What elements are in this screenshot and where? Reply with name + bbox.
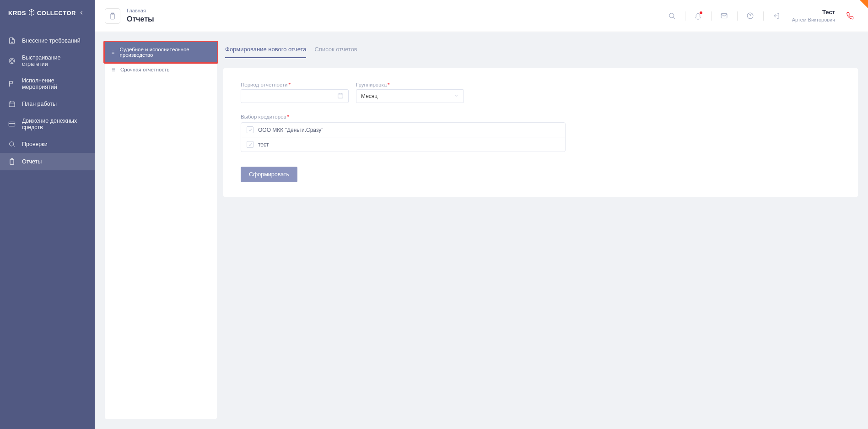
check-icon	[248, 142, 253, 147]
page-title: Отчеты	[127, 14, 154, 24]
field-label: Группировка*	[356, 82, 464, 87]
card-icon	[8, 120, 16, 128]
calendar-icon	[337, 92, 344, 100]
file-icon	[8, 37, 16, 44]
list-icon	[110, 49, 115, 55]
report-type-urgent[interactable]: Срочная отчетность	[105, 62, 217, 77]
messages-button[interactable]	[716, 8, 733, 24]
mail-icon	[720, 12, 728, 20]
topbar: Главная Отчеты	[95, 0, 868, 32]
creditor-item[interactable]: тест	[241, 137, 565, 152]
sidebar-item-reports[interactable]: Отчеты	[0, 153, 95, 170]
divider	[685, 11, 685, 21]
calendar-icon	[8, 100, 16, 108]
sidebar-collapse-button[interactable]	[76, 7, 86, 18]
checkbox[interactable]	[247, 126, 253, 133]
search-icon	[668, 12, 676, 20]
checkbox[interactable]	[247, 141, 253, 148]
svg-point-1	[11, 60, 14, 63]
phone-icon	[846, 12, 854, 20]
sidebar-item-label: Движение денежных средств	[22, 118, 86, 130]
tab-report-list[interactable]: Список отчетов	[314, 42, 357, 58]
generate-button[interactable]: Сформировать	[241, 167, 297, 182]
svg-point-2	[11, 60, 12, 61]
creditor-item[interactable]: ООО МКК "Деньги.Сразу"	[241, 123, 565, 137]
creditor-label: тест	[258, 141, 269, 148]
report-type-panel: Судебное и исполнительное производство С…	[105, 42, 217, 419]
sidebar-item-plan[interactable]: План работы	[0, 95, 95, 113]
required-mark: *	[287, 114, 289, 119]
chevron-down-icon	[453, 93, 459, 100]
help-icon	[746, 12, 754, 20]
sidebar-item-label: Отчеты	[22, 158, 42, 165]
help-button[interactable]	[742, 8, 759, 24]
required-mark: *	[388, 82, 389, 87]
required-mark: *	[288, 82, 290, 87]
sidebar-header: KRDS COLLECTOR	[0, 0, 95, 26]
logout-button[interactable]	[768, 8, 785, 24]
divider	[711, 11, 712, 21]
form-card: Период отчетности* Группиро	[223, 68, 858, 197]
search-icon	[8, 141, 16, 148]
notifications-button[interactable]	[690, 8, 706, 24]
notification-dot	[700, 11, 702, 14]
creditors-list: ООО МКК "Деньги.Сразу" тест	[241, 122, 566, 152]
user-name: Тест	[792, 9, 835, 16]
grouping-value: Месяц	[361, 93, 377, 99]
sidebar-item-cashflow[interactable]: Движение денежных средств	[0, 113, 95, 136]
cube-icon	[28, 9, 35, 17]
report-type-label: Судебное и исполнительное производство	[120, 47, 211, 58]
svg-rect-11	[338, 93, 343, 98]
check-icon	[248, 128, 253, 132]
field-grouping: Группировка* Месяц	[356, 82, 464, 103]
clipboard-icon	[8, 158, 16, 165]
content: Судебное и исполнительное производство С…	[95, 32, 868, 429]
svg-point-0	[9, 58, 15, 64]
field-creditors: Выбор кредиторов* ООО МКК "Деньги.Сразу"	[241, 114, 841, 152]
call-button[interactable]	[841, 8, 858, 24]
sidebar-item-label: Выстраивание стратегии	[22, 54, 86, 67]
report-type-judicial[interactable]: Судебное и исполнительное производство	[105, 42, 217, 62]
logout-icon	[772, 12, 780, 20]
user-sub: Артем Викторович	[792, 16, 835, 23]
period-input[interactable]	[241, 89, 349, 103]
svg-rect-9	[721, 14, 727, 18]
breadcrumb-parent[interactable]: Главная	[127, 7, 154, 14]
sidebar-item-label: План работы	[22, 101, 57, 107]
sidebar-item-requirements[interactable]: Внесение требований	[0, 32, 95, 49]
highlighted-selection: Судебное и исполнительное производство	[103, 41, 218, 64]
sidebar-item-checks[interactable]: Проверки	[0, 136, 95, 153]
svg-point-8	[669, 13, 674, 18]
target-icon	[8, 57, 16, 65]
tabs: Формирование нового отчета Список отчето…	[223, 42, 858, 58]
sidebar-item-label: Исполнение мероприятий	[22, 77, 86, 90]
divider	[763, 11, 764, 21]
svg-rect-3	[9, 102, 15, 107]
svg-rect-4	[9, 122, 15, 126]
app-logo: KRDS COLLECTOR	[8, 9, 76, 17]
sidebar-item-execution[interactable]: Исполнение мероприятий	[0, 72, 95, 95]
sidebar-nav: Внесение требований Выстраивание стратег…	[0, 32, 95, 170]
field-period: Период отчетности*	[241, 82, 349, 103]
tab-label: Формирование нового отчета	[225, 46, 306, 53]
logo-text-2: COLLECTOR	[37, 10, 76, 16]
report-form-panel: Формирование нового отчета Список отчето…	[223, 42, 858, 419]
svg-point-5	[10, 142, 14, 146]
tab-new-report[interactable]: Формирование нового отчета	[225, 42, 306, 58]
sidebar: KRDS COLLECTOR Внесение требований Выстр…	[0, 0, 95, 429]
search-button[interactable]	[664, 8, 680, 24]
main-area: Главная Отчеты	[95, 0, 868, 429]
corner-decoration	[860, 0, 868, 8]
logo-text-1: KRDS	[8, 10, 26, 16]
flag-icon	[8, 80, 16, 87]
list-icon	[110, 67, 116, 72]
sidebar-item-strategy[interactable]: Выстраивание стратегии	[0, 49, 95, 72]
sidebar-item-label: Внесение требований	[22, 38, 81, 44]
page-icon	[105, 8, 120, 24]
report-type-label: Срочная отчетность	[120, 67, 169, 72]
breadcrumb: Главная Отчеты	[105, 7, 154, 24]
clipboard-icon	[109, 12, 116, 20]
grouping-select[interactable]: Месяц	[356, 89, 464, 103]
user-block[interactable]: Тест Артем Викторович	[792, 9, 835, 23]
tab-label: Список отчетов	[314, 46, 357, 53]
